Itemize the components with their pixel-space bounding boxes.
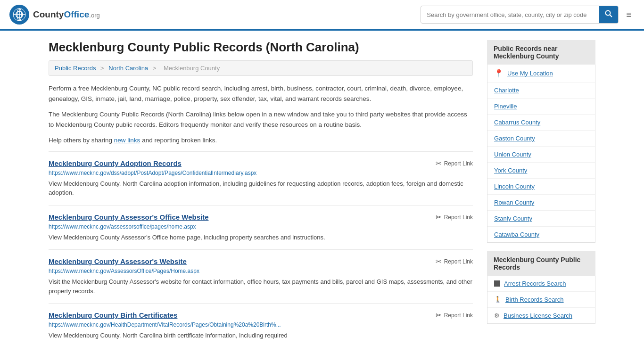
record-desc: Visit the Mecklenburg County Assessor's … bbox=[49, 277, 473, 296]
sidebar-item-catawba-county[interactable]: Catawba County bbox=[487, 227, 595, 242]
location-pin-icon: 📍 bbox=[494, 69, 504, 78]
sidebar-nearby-title: Public Records near Mecklenburg County bbox=[487, 40, 595, 65]
search-button[interactable] bbox=[599, 6, 618, 23]
description-3: Help others by sharing new links and rep… bbox=[49, 135, 473, 146]
report-link-button[interactable]: ✂ Report Link bbox=[436, 311, 473, 320]
gear-icon: ⚙ bbox=[494, 312, 500, 319]
record-item: Mecklenburg County Birth Certificates ✂ … bbox=[49, 303, 473, 348]
stanly-county-link[interactable]: Stanly County bbox=[494, 215, 532, 222]
record-item-header: Mecklenburg County Assessor's Office Web… bbox=[49, 213, 473, 222]
logo-text: CountyOffice.org bbox=[33, 9, 100, 20]
breadcrumb-current: Mecklenburg County bbox=[164, 65, 220, 72]
report-link-button[interactable]: ✂ Report Link bbox=[436, 257, 473, 266]
header: CountyOffice.org ≡ bbox=[0, 0, 644, 31]
logo-area: CountyOffice.org bbox=[9, 5, 100, 25]
record-item: Mecklenburg County Assessor's Office Web… bbox=[49, 205, 473, 250]
sidebar-item-union-county[interactable]: Union County bbox=[487, 147, 595, 163]
record-title-link[interactable]: Mecklenburg County Birth Certificates bbox=[49, 311, 177, 319]
lincoln-county-link[interactable]: Lincoln County bbox=[494, 183, 535, 190]
record-item-header: Mecklenburg County Birth Certificates ✂ … bbox=[49, 311, 473, 320]
person-icon: 🚶 bbox=[494, 296, 502, 303]
svg-point-5 bbox=[606, 11, 611, 16]
report-link-button[interactable]: ✂ Report Link bbox=[436, 159, 473, 168]
report-link-button[interactable]: ✂ Report Link bbox=[436, 213, 473, 222]
sidebar-arrest-records[interactable]: Arrest Records Search bbox=[487, 276, 595, 292]
sidebar-business-license[interactable]: ⚙ Business License Search bbox=[487, 308, 595, 323]
sidebar-item-cabarrus-county[interactable]: Cabarrus County bbox=[487, 115, 595, 131]
header-right: ≡ bbox=[421, 6, 635, 24]
sidebar-item-stanly-county[interactable]: Stanly County bbox=[487, 211, 595, 227]
york-county-link[interactable]: York County bbox=[494, 167, 527, 174]
svg-line-6 bbox=[610, 15, 612, 17]
record-title-link[interactable]: Mecklenburg County Adoption Records bbox=[49, 159, 182, 167]
search-bar bbox=[421, 6, 619, 24]
new-links-link[interactable]: new links bbox=[114, 137, 140, 144]
record-title-link[interactable]: Mecklenburg County Assessor's Website bbox=[49, 257, 187, 265]
sidebar-nearby-list: 📍 Use My Location Charlotte Pineville Ca… bbox=[487, 65, 595, 243]
sidebar-item-rowan-county[interactable]: Rowan County bbox=[487, 195, 595, 211]
arrest-icon bbox=[494, 280, 500, 287]
record-url[interactable]: https://www.mecknc.gov/HealthDepartment/… bbox=[49, 321, 473, 328]
logo-icon bbox=[9, 5, 29, 25]
record-title-link[interactable]: Mecklenburg County Assessor's Office Web… bbox=[49, 213, 209, 221]
record-desc: View Mecklenburg County, North Carolina … bbox=[49, 331, 473, 340]
sidebar-item-gaston-county[interactable]: Gaston County bbox=[487, 131, 595, 147]
breadcrumb-sep-1: > bbox=[100, 65, 106, 72]
pineville-link[interactable]: Pineville bbox=[494, 103, 517, 110]
gaston-county-link[interactable]: Gaston County bbox=[494, 135, 535, 142]
main-container: Mecklenburg County Public Records (North… bbox=[39, 31, 605, 357]
report-icon: ✂ bbox=[436, 159, 442, 168]
sidebar-records-title: Mecklenburg County Public Records bbox=[487, 251, 595, 276]
menu-button[interactable]: ≡ bbox=[623, 7, 635, 23]
breadcrumb-link-north-carolina[interactable]: North Carolina bbox=[108, 65, 148, 72]
sidebar: Public Records near Mecklenburg County 📍… bbox=[487, 40, 595, 348]
cabarrus-county-link[interactable]: Cabarrus County bbox=[494, 119, 540, 126]
record-url[interactable]: https://www.mecknc.gov/AssessorsOffice/P… bbox=[49, 268, 473, 274]
record-url[interactable]: https://www.mecknc.gov/assessorsoffice/p… bbox=[49, 223, 473, 230]
breadcrumb-link-public-records[interactable]: Public Records bbox=[55, 65, 96, 72]
description-2: The Mecklenburg County Public Records (N… bbox=[49, 109, 473, 130]
business-license-link[interactable]: Business License Search bbox=[504, 312, 572, 319]
sidebar-item-pineville[interactable]: Pineville bbox=[487, 99, 595, 115]
charlotte-link[interactable]: Charlotte bbox=[494, 87, 519, 94]
report-icon: ✂ bbox=[436, 213, 442, 222]
record-item-header: Mecklenburg County Assessor's Website ✂ … bbox=[49, 257, 473, 266]
breadcrumb-sep-2: > bbox=[153, 65, 158, 72]
records-list: Mecklenburg County Adoption Records ✂ Re… bbox=[49, 151, 473, 348]
record-item: Mecklenburg County Adoption Records ✂ Re… bbox=[49, 151, 473, 205]
sidebar-item-charlotte[interactable]: Charlotte bbox=[487, 82, 595, 99]
report-icon: ✂ bbox=[436, 257, 442, 266]
birth-records-link[interactable]: Birth Records Search bbox=[505, 296, 564, 303]
sidebar-item-york-county[interactable]: York County bbox=[487, 163, 595, 179]
use-my-location-link[interactable]: Use My Location bbox=[507, 70, 553, 77]
breadcrumb: Public Records > North Carolina > Meckle… bbox=[49, 60, 473, 76]
search-input[interactable] bbox=[421, 8, 599, 22]
record-desc: View Mecklenburg County, North Carolina … bbox=[49, 179, 473, 197]
union-county-link[interactable]: Union County bbox=[494, 151, 531, 158]
description-1: Perform a free Mecklenburg County, NC pu… bbox=[49, 83, 473, 104]
sidebar-records-list: Arrest Records Search 🚶 Birth Records Se… bbox=[487, 276, 595, 324]
catawba-county-link[interactable]: Catawba County bbox=[494, 231, 539, 238]
rowan-county-link[interactable]: Rowan County bbox=[494, 199, 534, 206]
sidebar-birth-records[interactable]: 🚶 Birth Records Search bbox=[487, 292, 595, 308]
record-url[interactable]: https://www.mecknc.gov/dss/adopt/PostAdo… bbox=[49, 170, 473, 176]
record-desc: View Mecklenburg County Assessor's Offic… bbox=[49, 233, 473, 242]
record-item-header: Mecklenburg County Adoption Records ✂ Re… bbox=[49, 159, 473, 168]
record-item: Mecklenburg County Assessor's Website ✂ … bbox=[49, 249, 473, 303]
arrest-records-link[interactable]: Arrest Records Search bbox=[504, 280, 566, 287]
content-area: Mecklenburg County Public Records (North… bbox=[49, 40, 473, 348]
sidebar-item-use-my-location[interactable]: 📍 Use My Location bbox=[487, 65, 595, 82]
page-title: Mecklenburg County Public Records (North… bbox=[49, 40, 473, 55]
sidebar-item-lincoln-county[interactable]: Lincoln County bbox=[487, 179, 595, 195]
report-icon: ✂ bbox=[436, 311, 442, 320]
